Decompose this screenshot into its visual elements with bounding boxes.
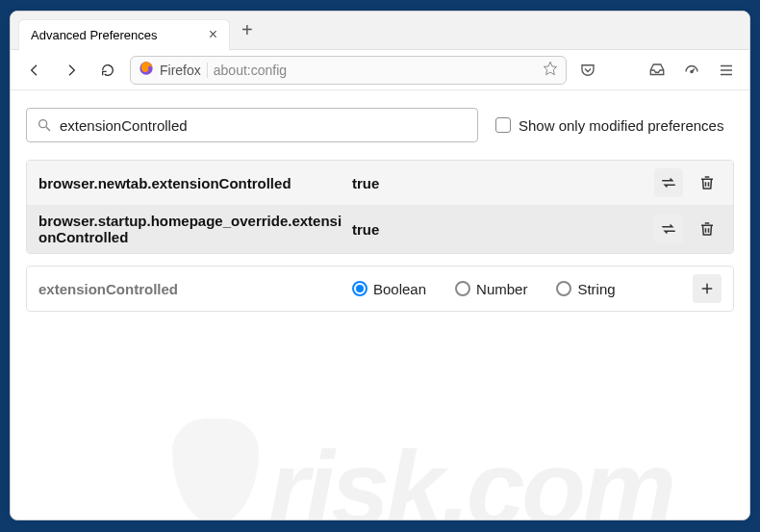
bookmark-star-icon[interactable] — [543, 61, 558, 80]
trash-icon — [698, 220, 716, 238]
radio-icon — [352, 281, 367, 296]
toggle-button[interactable] — [654, 215, 683, 243]
pref-row[interactable]: browser.newtab.extensionControlled true — [27, 161, 733, 205]
new-tab-button[interactable]: + — [241, 19, 253, 41]
url-separator — [207, 63, 208, 78]
preferences-list: browser.newtab.extensionControlled true … — [26, 160, 734, 254]
add-preference-row: extensionControlled Boolean Number Strin… — [26, 266, 734, 312]
radio-string[interactable]: String — [556, 281, 615, 297]
radio-number[interactable]: Number — [455, 281, 527, 297]
plus-icon — [698, 280, 716, 297]
svg-marker-5 — [544, 62, 556, 74]
url-address: about:config — [214, 63, 537, 78]
pref-actions — [654, 168, 722, 197]
window-controls — [684, 23, 742, 38]
svg-line-12 — [46, 127, 50, 131]
pref-name: browser.startup.homepage_override.extens… — [38, 213, 346, 245]
tab-title: Advanced Preferences — [31, 28, 158, 42]
svg-point-7 — [691, 70, 693, 72]
titlebar: Advanced Preferences × + — [11, 12, 749, 50]
type-radio-group: Boolean Number String — [346, 281, 693, 297]
radio-label: Number — [476, 281, 527, 297]
pref-value: true — [346, 221, 654, 238]
watermark-text: risk.com — [268, 428, 672, 520]
add-button[interactable] — [693, 274, 722, 303]
radio-label: String — [577, 281, 615, 297]
watermark: risk.com — [172, 418, 672, 520]
toggle-icon — [660, 174, 677, 191]
delete-button[interactable] — [693, 168, 722, 197]
menu-button[interactable] — [713, 57, 740, 84]
tab-advanced-preferences[interactable]: Advanced Preferences × — [18, 19, 230, 50]
extension-icon[interactable] — [609, 57, 636, 84]
pref-value: true — [346, 175, 654, 191]
navigation-toolbar: Firefox about:config — [11, 50, 749, 90]
toggle-button[interactable] — [654, 168, 683, 197]
svg-point-11 — [39, 120, 47, 128]
url-protocol-label: Firefox — [160, 63, 201, 78]
dashboard-icon[interactable] — [678, 57, 705, 84]
delete-button[interactable] — [693, 215, 722, 243]
checkbox-icon — [495, 117, 511, 133]
back-button[interactable] — [20, 56, 49, 85]
url-bar[interactable]: Firefox about:config — [130, 56, 567, 85]
inbox-icon[interactable] — [644, 57, 671, 84]
radio-icon — [556, 281, 571, 296]
firefox-logo-icon — [139, 61, 154, 80]
pref-actions — [654, 215, 722, 243]
reload-button[interactable] — [93, 56, 122, 85]
pref-name: browser.newtab.extensionControlled — [38, 175, 346, 191]
search-row: extensionControlled Show only modified p… — [26, 108, 734, 142]
radio-boolean[interactable]: Boolean — [352, 281, 426, 297]
forward-button[interactable] — [57, 56, 86, 85]
pocket-icon[interactable] — [574, 57, 601, 84]
show-modified-checkbox[interactable]: Show only modified preferences — [495, 117, 723, 134]
show-modified-label: Show only modified preferences — [519, 117, 723, 134]
content-area: extensionControlled Show only modified p… — [11, 90, 749, 329]
search-icon — [37, 117, 52, 133]
toggle-icon — [660, 220, 677, 238]
radio-label: Boolean — [373, 281, 426, 297]
tab-close-icon[interactable]: × — [209, 26, 217, 43]
search-input[interactable]: extensionControlled — [26, 108, 478, 142]
watermark-shield-icon — [172, 418, 259, 520]
trash-icon — [698, 174, 716, 191]
add-pref-name: extensionControlled — [38, 281, 346, 297]
browser-window: Advanced Preferences × + — [10, 11, 750, 520]
search-value: extensionControlled — [60, 117, 188, 134]
radio-icon — [455, 281, 470, 296]
pref-row[interactable]: browser.startup.homepage_override.extens… — [27, 205, 733, 253]
